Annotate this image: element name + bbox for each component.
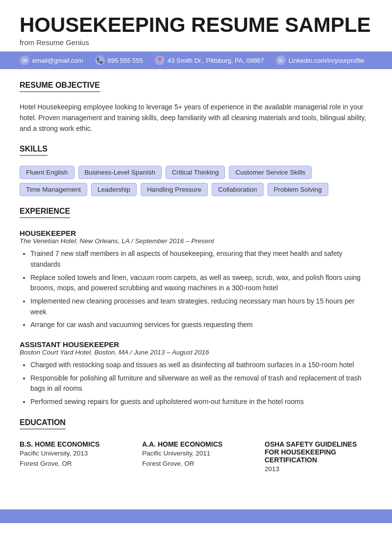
contact-linkedin: in Linkedin.com/in/yourprofile — [276, 55, 365, 65]
skill-badge: Time Management — [20, 183, 87, 196]
education-section: EDUCATION B.S. HOME ECONOMICSPacific Uni… — [20, 418, 372, 475]
objective-text: Hotel Housekeeping employee looking to l… — [20, 102, 372, 134]
skill-badge: Fluent English — [20, 166, 74, 179]
contact-bar: ✉ email@gmail.com 📞 895 555 555 📍 43 Smi… — [0, 51, 392, 69]
objective-section: RESUME OBJECTIVE Hotel Housekeeping empl… — [20, 81, 372, 134]
experience-title: EXPERIENCE — [20, 207, 70, 218]
job-meta: Boston Court Yard Hotel, Boston, MA / Ju… — [20, 349, 372, 356]
bullet-item: Responsible for polishing all furniture … — [30, 373, 372, 394]
bullet-item: Trained 7 new staff members in all aspec… — [30, 249, 372, 270]
skill-badge: Collaboration — [212, 183, 264, 196]
education-item: B.S. HOME ECONOMICSPacific University, 2… — [20, 440, 127, 475]
job-title: ASSISTANT HOUSEKEEPER — [20, 340, 372, 349]
edu-degree: OSHA SAFETY GUIDELINES FOR HOUSEKEEPING … — [265, 440, 372, 464]
education-item: OSHA SAFETY GUIDELINES FOR HOUSEKEEPING … — [265, 440, 372, 475]
phone-icon: 📞 — [95, 55, 105, 65]
skill-badge: Critical Thinking — [166, 166, 225, 179]
contact-phone: 📞 895 555 555 — [95, 55, 143, 65]
edu-year: 2013 — [265, 464, 372, 475]
experience-entry: HOUSEKEEPERThe Venetian Hotel, New Orlea… — [20, 229, 372, 330]
bullet-item: Charged with restocking soap and tissues… — [30, 360, 372, 371]
edu-degree: A.A. HOME ECONOMICS — [142, 440, 250, 448]
header: HOUSEKEEPING RESUME SAMPLE from Resume G… — [0, 0, 392, 51]
education-grid: B.S. HOME ECONOMICSPacific University, 2… — [20, 440, 372, 475]
job-meta: The Venetian Hotel, New Orleans, LA / Se… — [20, 237, 372, 245]
education-title: EDUCATION — [20, 418, 66, 429]
job-title: HOUSEKEEPER — [20, 229, 372, 237]
skill-badge: Business-Level Spanish — [78, 166, 162, 179]
skill-badge: Customer Service Skills — [229, 166, 312, 179]
skill-badge: Problem Solving — [268, 183, 328, 196]
bullet-item: Implemented new cleaning processes and t… — [30, 296, 372, 317]
experience-entries: HOUSEKEEPERThe Venetian Hotel, New Orlea… — [20, 229, 372, 407]
skill-badge: Leadership — [91, 183, 137, 196]
edu-school: Pacific University, 2013 — [20, 448, 127, 459]
footer-bar — [0, 509, 392, 523]
job-bullets: Charged with restocking soap and tissues… — [20, 360, 372, 407]
email-icon: ✉ — [20, 55, 29, 65]
objective-title: RESUME OBJECTIVE — [20, 81, 100, 92]
subtitle: from Resume Genius — [20, 38, 372, 47]
experience-section: EXPERIENCE HOUSEKEEPERThe Venetian Hotel… — [20, 207, 372, 407]
page-title: HOUSEKEEPING RESUME SAMPLE — [20, 14, 372, 36]
edu-location: Forest Grove, OR — [142, 458, 250, 469]
skill-badge: Handling Pressure — [141, 183, 208, 196]
edu-school: Pacific University, 2011 — [142, 448, 250, 459]
skills-section: SKILLS Fluent EnglishBusiness-Level Span… — [20, 145, 372, 196]
experience-entry: ASSISTANT HOUSEKEEPERBoston Court Yard H… — [20, 340, 372, 407]
skills-container: Fluent EnglishBusiness-Level SpanishCrit… — [20, 166, 372, 196]
skills-title: SKILLS — [20, 145, 48, 156]
edu-location: Forest Grove, OR — [20, 458, 127, 469]
bullet-item: Performed sewing repairs for guests and … — [30, 397, 372, 407]
bullet-item: Replace soiled towels and linen, vacuum … — [30, 273, 372, 294]
location-icon: 📍 — [155, 55, 165, 65]
contact-address: 📍 43 Smith Dr., Pittsburg, PA, 09867 — [155, 55, 264, 65]
job-bullets: Trained 7 new staff members in all aspec… — [20, 249, 372, 330]
education-item: A.A. HOME ECONOMICSPacific University, 2… — [142, 440, 250, 475]
linkedin-icon: in — [276, 55, 286, 65]
bullet-item: Arrange for car wash and vacuuming servi… — [30, 320, 372, 330]
contact-email: ✉ email@gmail.com — [20, 55, 83, 65]
edu-degree: B.S. HOME ECONOMICS — [20, 440, 127, 448]
main-content: RESUME OBJECTIVE Hotel Housekeeping empl… — [0, 69, 392, 500]
